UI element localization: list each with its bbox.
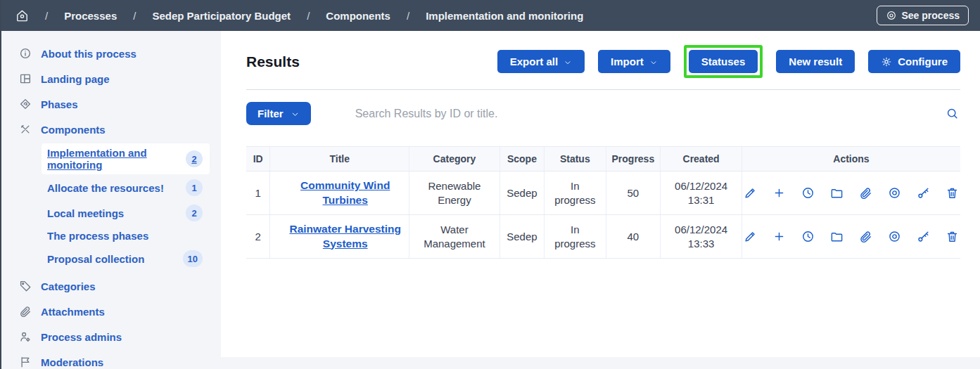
sidebar-item-label: About this process [41,48,136,60]
see-process-button[interactable]: See process [877,6,969,25]
folder-icon[interactable] [829,185,845,201]
sidebar-item-label: Moderations [41,356,103,368]
subitem-label: The process phases [47,230,148,242]
breadcrumb-process-name[interactable]: Sedep Participatory Budget [152,10,291,22]
gear-icon [881,56,892,67]
sidebar-item-label: Components [41,124,106,136]
subitem-label: Proposal collection [47,253,144,265]
breadcrumb-processes[interactable]: Processes [64,10,117,22]
breadcrumb-separator: / [45,10,48,22]
edit-icon[interactable] [742,185,758,201]
configure-label: Configure [898,56,948,67]
target-icon [886,10,897,21]
delete-icon[interactable] [944,228,960,245]
column-header-progress: Progress [606,147,661,171]
sidebar-subitem-the-process-phases[interactable]: The process phases [42,226,210,245]
breadcrumb: / Processes / Sedep Participatory Budget… [15,8,583,22]
configure-button[interactable]: Configure [868,50,960,73]
result-created: 06/12/2024 13:33 [661,215,742,259]
sidebar-item-moderations[interactable]: Moderations [1,349,221,369]
sidebar-item-phases[interactable]: Phases [1,91,221,117]
import-label: Import [611,56,644,67]
subitem-label: Allocate the resources! [47,182,164,194]
filter-row: Filter [246,102,960,125]
result-title-link[interactable]: Community Wind Turbines [300,179,390,205]
count-badge: 1 [186,179,203,196]
add-child-icon[interactable] [771,185,787,201]
edit-icon[interactable] [742,228,758,245]
column-header-scope: Scope [499,147,544,171]
sidebar-subitem-proposal-collection[interactable]: Proposal collection 10 [42,247,210,271]
flag-icon [19,356,32,368]
layout-icon [19,72,32,85]
top-bar: / Processes / Sedep Participatory Budget… [1,0,980,31]
sidebar-subitem-local-meetings[interactable]: Local meetings 2 [42,201,210,225]
sidebar-item-label: Phases [41,98,78,110]
sidebar-item-process-admins[interactable]: Process admins [1,324,221,349]
sidebar-item-about[interactable]: About this process [1,41,221,66]
chevron-down-icon [649,58,658,67]
sidebar-item-attachments[interactable]: Attachments [1,299,221,324]
filter-button[interactable]: Filter [246,102,311,125]
attachments-icon[interactable] [858,228,874,245]
statuses-label: Statuses [701,56,746,67]
export-all-label: Export all [510,56,558,67]
sidebar-item-label: Process admins [41,331,122,343]
add-child-icon[interactable] [771,228,787,245]
tools-icon [19,123,32,136]
column-header-status: Status [545,147,606,171]
result-id: 1 [246,171,270,215]
toolbar: Export all Import Statuses New result [497,45,960,78]
sidebar: About this process Landing page Phases C… [1,31,221,369]
result-progress: 40 [606,215,661,259]
sidebar-item-label: Landing page [41,73,110,85]
preview-icon[interactable] [886,185,903,201]
statuses-button[interactable]: Statuses [689,50,758,73]
column-header-category: Category [409,147,500,171]
count-badge: 10 [183,250,203,267]
results-header: Results Export all Import Statuses [246,45,960,90]
history-icon[interactable] [800,185,816,201]
paperclip-icon [19,305,32,318]
filter-label: Filter [257,108,284,119]
admin-icon [19,330,32,343]
statuses-highlight-box: Statuses [684,45,763,78]
column-header-id: ID [246,147,270,171]
result-status: In progress [545,215,606,259]
sidebar-item-landing-page[interactable]: Landing page [1,66,221,91]
preview-icon[interactable] [886,228,903,245]
result-id: 2 [246,215,270,259]
folder-icon[interactable] [829,228,845,245]
sidebar-subitem-implementation-and-monitoring[interactable]: Implementation and monitoring 2 [42,143,210,174]
result-category: Renewable Energy [409,171,500,215]
new-result-button[interactable]: New result [776,50,855,73]
sidebar-item-components[interactable]: Components [1,117,221,142]
delete-icon[interactable] [944,185,960,201]
phases-icon [19,98,32,110]
search-input[interactable] [355,108,944,120]
table-row: 2 Rainwater Harvesting Systems Water Man… [246,215,960,259]
breadcrumb-separator: / [407,10,409,22]
components-sub-list: Implementation and monitoring 2 Allocate… [1,142,221,273]
breadcrumb-current-component: Implementation and monitoring [426,10,583,22]
column-header-title: Title [270,147,409,171]
sidebar-item-categories[interactable]: Categories [1,273,221,299]
history-icon[interactable] [800,228,816,245]
sidebar-item-label: Categories [41,280,96,292]
permissions-icon[interactable] [915,228,931,245]
import-button[interactable]: Import [598,50,670,73]
result-title-link[interactable]: Rainwater Harvesting Systems [289,223,401,249]
export-all-button[interactable]: Export all [497,50,585,73]
chevron-down-icon [291,110,300,119]
sidebar-subitem-allocate-the-resources[interactable]: Allocate the resources! 1 [42,176,210,200]
main-panel: Results Export all Import Statuses [221,31,980,357]
permissions-icon[interactable] [915,185,931,201]
search-icon[interactable] [944,105,960,122]
table-header-row: ID Title Category Scope Status Progress … [246,147,960,171]
attachments-icon[interactable] [858,185,874,201]
row-actions [742,185,960,201]
breadcrumb-components[interactable]: Components [326,10,390,22]
home-icon[interactable] [15,9,29,22]
table-row: 1 Community Wind Turbines Renewable Ener… [246,171,960,215]
results-table: ID Title Category Scope Status Progress … [246,146,960,259]
